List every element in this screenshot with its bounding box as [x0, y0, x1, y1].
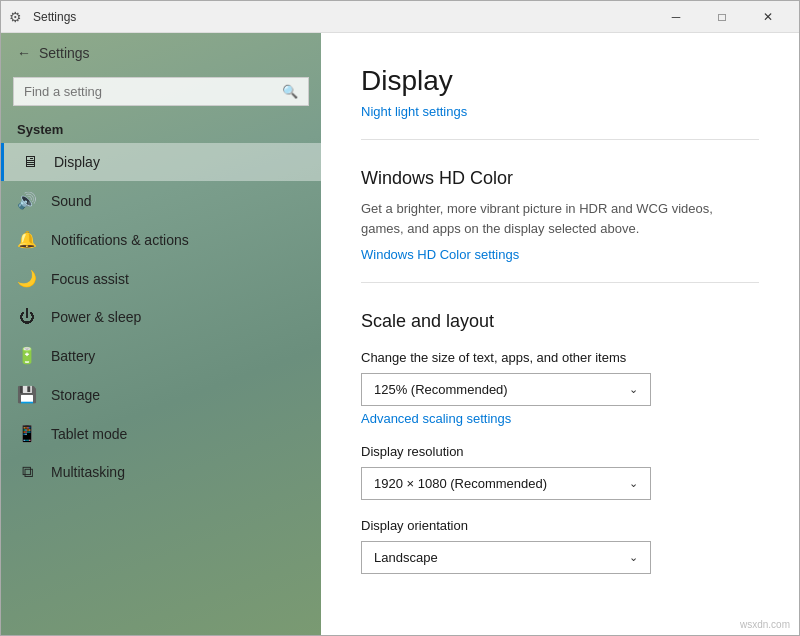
sidebar-item-battery[interactable]: 🔋Battery [1, 336, 321, 375]
hd-color-section-title: Windows HD Color [361, 168, 759, 189]
sidebar-item-notifications[interactable]: 🔔Notifications & actions [1, 220, 321, 259]
scale-dropdown-arrow-icon: ⌄ [629, 383, 638, 396]
sidebar-item-tablet[interactable]: 📱Tablet mode [1, 414, 321, 453]
hd-color-settings-link[interactable]: Windows HD Color settings [361, 247, 519, 262]
orientation-dropdown-value: Landscape [374, 550, 438, 565]
sidebar-item-label-sound: Sound [51, 193, 91, 209]
watermark: wsxdn.com [740, 619, 790, 630]
divider-2 [361, 282, 759, 283]
scale-dropdown[interactable]: 125% (Recommended) ⌄ [361, 373, 651, 406]
close-button[interactable]: ✕ [745, 1, 791, 33]
battery-icon: 🔋 [17, 346, 37, 365]
sidebar-item-label-display: Display [54, 154, 100, 170]
power-icon: ⏻ [17, 308, 37, 326]
sidebar-item-label-focus: Focus assist [51, 271, 129, 287]
notifications-icon: 🔔 [17, 230, 37, 249]
settings-window-icon: ⚙ [9, 9, 25, 25]
sidebar-item-focus[interactable]: 🌙Focus assist [1, 259, 321, 298]
sidebar-item-power[interactable]: ⏻Power & sleep [1, 298, 321, 336]
orientation-field-label: Display orientation [361, 518, 759, 533]
display-icon: 🖥 [20, 153, 40, 171]
maximize-button[interactable]: □ [699, 1, 745, 33]
sidebar-item-label-storage: Storage [51, 387, 100, 403]
sidebar-item-label-battery: Battery [51, 348, 95, 364]
sidebar-item-storage[interactable]: 💾Storage [1, 375, 321, 414]
divider-1 [361, 139, 759, 140]
sidebar-item-label-power: Power & sleep [51, 309, 141, 325]
sidebar-section-title: System [1, 114, 321, 143]
resolution-dropdown[interactable]: 1920 × 1080 (Recommended) ⌄ [361, 467, 651, 500]
search-input[interactable] [24, 84, 282, 99]
title-bar-controls: ─ □ ✕ [653, 1, 791, 33]
sidebar-back-button[interactable]: ← Settings [1, 33, 321, 73]
sidebar-item-label-tablet: Tablet mode [51, 426, 127, 442]
scale-section-title: Scale and layout [361, 311, 759, 332]
sidebar: ← Settings 🔍 System 🖥Display🔊Sound🔔Notif… [1, 33, 321, 635]
title-bar-title: Settings [33, 10, 653, 24]
orientation-dropdown[interactable]: Landscape ⌄ [361, 541, 651, 574]
page-title: Display [361, 65, 759, 97]
sidebar-item-sound[interactable]: 🔊Sound [1, 181, 321, 220]
sidebar-item-display[interactable]: 🖥Display [1, 143, 321, 181]
title-bar: ⚙ Settings ─ □ ✕ [1, 1, 799, 33]
back-arrow-icon: ← [17, 45, 31, 61]
advanced-scaling-link[interactable]: Advanced scaling settings [361, 411, 511, 426]
resolution-dropdown-arrow-icon: ⌄ [629, 477, 638, 490]
storage-icon: 💾 [17, 385, 37, 404]
sidebar-back-title: Settings [39, 45, 90, 61]
sidebar-items-list: 🖥Display🔊Sound🔔Notifications & actions🌙F… [1, 143, 321, 491]
multitasking-icon: ⧉ [17, 463, 37, 481]
scale-field-label: Change the size of text, apps, and other… [361, 350, 759, 365]
scale-dropdown-value: 125% (Recommended) [374, 382, 508, 397]
minimize-button[interactable]: ─ [653, 1, 699, 33]
search-icon[interactable]: 🔍 [282, 84, 298, 99]
sound-icon: 🔊 [17, 191, 37, 210]
focus-icon: 🌙 [17, 269, 37, 288]
settings-window: ⚙ Settings ─ □ ✕ ← Settings 🔍 System 🖥Di… [0, 0, 800, 636]
tablet-icon: 📱 [17, 424, 37, 443]
resolution-dropdown-value: 1920 × 1080 (Recommended) [374, 476, 547, 491]
resolution-field-label: Display resolution [361, 444, 759, 459]
window-content: ← Settings 🔍 System 🖥Display🔊Sound🔔Notif… [1, 33, 799, 635]
hd-color-desc: Get a brighter, more vibrant picture in … [361, 199, 759, 238]
orientation-dropdown-arrow-icon: ⌄ [629, 551, 638, 564]
sidebar-item-multitasking[interactable]: ⧉Multitasking [1, 453, 321, 491]
sidebar-item-label-multitasking: Multitasking [51, 464, 125, 480]
night-light-settings-link[interactable]: Night light settings [361, 104, 467, 119]
main-content: Display Night light settings Windows HD … [321, 33, 799, 635]
sidebar-item-label-notifications: Notifications & actions [51, 232, 189, 248]
search-box[interactable]: 🔍 [13, 77, 309, 106]
